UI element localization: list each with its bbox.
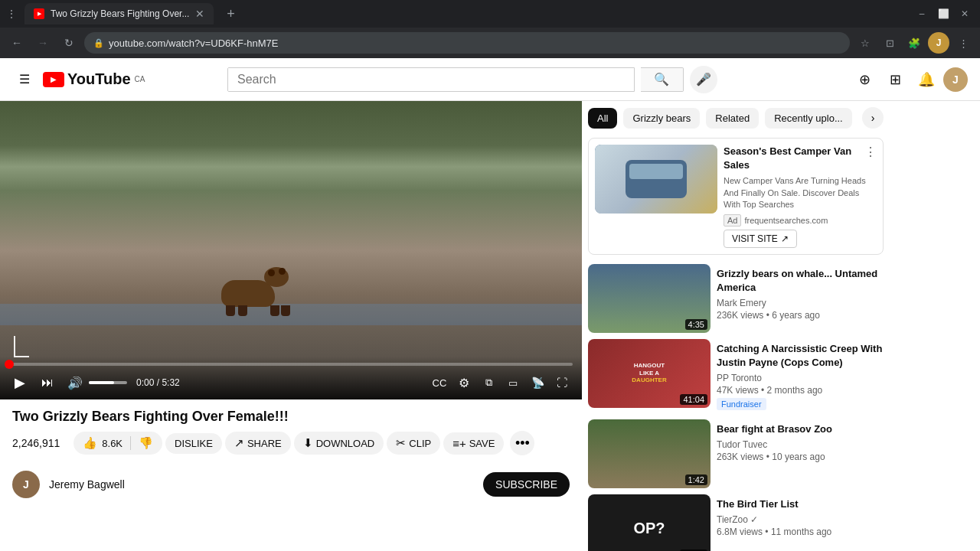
filter-next-btn[interactable]: › — [862, 107, 884, 129]
like-icon: 👍 — [83, 436, 97, 450]
ad-more-btn[interactable]: ⋮ — [864, 145, 877, 159]
volume-slider[interactable] — [89, 381, 127, 384]
filter-chips-row: All Grizzly bears Related Recently uplo.… — [588, 107, 884, 129]
video-title: Two Grizzly Bears Fighting Over Female!!… — [12, 409, 570, 425]
save-label: SAVE — [469, 438, 495, 449]
yt-content: ▶ ⏭ 🔊 0:00 / 5:32 CC ⚙ ⧉ — [0, 101, 980, 551]
cast-btn[interactable]: 📡 — [527, 372, 548, 393]
yt-logo-text: YouTube — [67, 70, 131, 88]
save-btn[interactable]: ≡+ SAVE — [443, 432, 504, 455]
yt-create-btn[interactable]: ⊕ — [851, 66, 879, 93]
channel-avatar[interactable]: J — [12, 471, 40, 498]
subscribe-btn[interactable]: SUBSCRIBE — [483, 472, 570, 497]
address-bar[interactable]: 🔒 youtube.com/watch?v=UD6KF-hnM7E — [84, 32, 850, 54]
rec-thumbnail-hangout: HANGOUTLIKE ADAUGHTER 41:04 — [588, 339, 710, 408]
more-btn[interactable]: ••• — [510, 431, 534, 455]
rec-channel-hangout: PP Toronto — [717, 373, 884, 383]
maximize-btn[interactable]: ⬜ — [934, 5, 952, 23]
yt-search-input[interactable] — [228, 68, 634, 91]
youtube-page: ☰ YouTubeCA 🔍 🎤 ⊕ ⊞ 🔔 J — [0, 58, 980, 551]
subtitles-btn[interactable]: CC — [429, 372, 450, 393]
tab-groups-btn[interactable]: ⊡ — [879, 32, 900, 54]
rec-duration-grizzly-whale: 4:35 — [685, 319, 707, 330]
rec-duration-bear-brasov: 1:42 — [685, 474, 707, 485]
miniplayer-btn[interactable]: ⧉ — [478, 372, 499, 393]
video-bear — [221, 270, 290, 316]
tab-overflow-btn[interactable]: ⋮ — [6, 8, 17, 20]
yt-logo[interactable]: YouTubeCA — [43, 70, 145, 88]
like-btn[interactable]: 👍 8.6K 👎 — [74, 432, 162, 455]
visit-site-btn[interactable]: VISIT SITE ↗ — [724, 230, 797, 248]
fullscreen-btn[interactable]: ⛶ — [551, 372, 573, 393]
progress-bar-container[interactable] — [9, 363, 573, 366]
rec-title-bear-brasov: Bear fight at Brasov Zoo — [717, 422, 884, 436]
bookmark-btn[interactable]: ☆ — [854, 32, 876, 54]
browser-actions: ☆ ⊡ 🧩 J ⋮ — [854, 32, 974, 54]
rec-meta-bird-tier: 6.8M views • 11 months ago — [717, 527, 884, 537]
yt-mic-btn[interactable]: 🎤 — [690, 66, 717, 93]
rec-meta-hangout: 47K views • 2 months ago — [717, 385, 884, 396]
play-btn[interactable]: ▶ — [9, 372, 31, 393]
theatre-btn[interactable]: ▭ — [502, 372, 524, 393]
minimize-btn[interactable]: – — [913, 5, 931, 23]
action-buttons: 👍 8.6K 👎 DISLIKE ↗ SHARE — [74, 431, 534, 455]
back-btn[interactable]: ← — [6, 32, 28, 54]
rec-title-hangout: Catching A Narcissistic Creep With Justi… — [717, 342, 884, 370]
extension-btn[interactable]: 🧩 — [903, 32, 925, 54]
next-btn[interactable]: ⏭ — [37, 372, 58, 393]
mute-btn[interactable]: 🔊 — [64, 372, 86, 393]
yt-video-section: ▶ ⏭ 🔊 0:00 / 5:32 CC ⚙ ⧉ — [0, 101, 582, 551]
rec-meta-bear-brasov: 263K views • 10 years ago — [717, 452, 884, 462]
rec-info-grizzly-whale: Grizzly bears on whale... Untamed Americ… — [717, 264, 884, 333]
yt-notifications-btn[interactable]: 🔔 — [913, 66, 940, 93]
more-tools-btn[interactable]: ⋮ — [952, 32, 974, 54]
dislike-icon: 👎 — [139, 436, 153, 450]
clip-icon: ✂ — [396, 436, 406, 450]
rec-video-bird-tier[interactable]: OP? 23:43 The Bird Tier List TierZoo ✓ 6… — [588, 494, 884, 551]
ad-description: New Camper Vans Are Turning Heads And Fi… — [724, 175, 877, 210]
profile-btn[interactable]: J — [928, 32, 949, 54]
yt-menu-btn[interactable]: ☰ — [12, 67, 37, 92]
browser-tab-active[interactable]: Two Grizzly Bears Fighting Over... ✕ — [24, 3, 214, 24]
close-btn[interactable]: ✕ — [956, 5, 974, 23]
rec-video-bear-brasov[interactable]: 1:42 Bear fight at Brasov Zoo Tudor Tuve… — [588, 419, 884, 488]
channel-name[interactable]: Jeremy Bagwell — [49, 478, 474, 491]
filter-chip-related[interactable]: Related — [706, 108, 759, 129]
time-display: 0:00 / 5:32 — [136, 377, 180, 388]
dislike-btn[interactable]: DISLIKE — [165, 433, 222, 454]
yt-search-container: 🔍 🎤 — [227, 66, 717, 93]
external-link-icon: ↗ — [781, 233, 789, 244]
ad-badge: Ad — [724, 214, 741, 227]
rec-title-bird-tier: The Bird Tier List — [717, 497, 884, 511]
rec-video-hangout[interactable]: HANGOUTLIKE ADAUGHTER 41:04 Catching A N… — [588, 339, 884, 413]
clip-btn[interactable]: ✂ CLIP — [387, 432, 440, 455]
filter-chip-grizzly[interactable]: Grizzly bears — [623, 108, 700, 129]
yt-apps-btn[interactable]: ⊞ — [882, 66, 910, 93]
refresh-btn[interactable]: ↻ — [58, 32, 80, 54]
tab-close-btn[interactable]: ✕ — [195, 8, 204, 20]
new-tab-btn[interactable]: + — [220, 3, 241, 24]
rec-thumbnail-ad — [595, 145, 717, 214]
rec-video-grizzly-whale[interactable]: 4:35 Grizzly bears on whale... Untamed A… — [588, 264, 884, 333]
verified-icon: ✓ — [750, 514, 758, 525]
window-controls: – ⬜ ✕ — [913, 5, 974, 23]
rec-badge-fundraiser: Fundraiser — [717, 398, 766, 410]
browser-window: ⋮ Two Grizzly Bears Fighting Over... ✕ +… — [0, 0, 980, 58]
rec-duration-hangout: 41:04 — [680, 394, 707, 405]
rec-thumbnail-bird-tier: OP? 23:43 — [588, 494, 710, 551]
share-icon: ↗ — [234, 436, 244, 450]
yt-header-right: ⊕ ⊞ 🔔 J — [851, 66, 968, 93]
yt-search-btn[interactable]: 🔍 — [641, 67, 684, 92]
filter-chip-all[interactable]: All — [588, 108, 617, 129]
download-label: DOWNLOAD — [316, 438, 375, 449]
download-btn[interactable]: ⬇ DOWNLOAD — [294, 432, 384, 455]
settings-btn[interactable]: ⚙ — [453, 372, 475, 393]
share-btn[interactable]: ↗ SHARE — [225, 432, 291, 455]
browser-titlebar: ⋮ Two Grizzly Bears Fighting Over... ✕ +… — [0, 0, 980, 58]
forward-btn[interactable]: → — [32, 32, 54, 54]
rec-video-ad[interactable]: Season's Best Camper Van Sales ⋮ New Cam… — [588, 138, 884, 255]
yt-avatar[interactable]: J — [943, 67, 968, 92]
address-bar-url: youtube.com/watch?v=UD6KF-hnM7E — [109, 37, 841, 49]
filter-chip-recent[interactable]: Recently uplo... — [765, 108, 852, 129]
progress-bar-dot — [5, 360, 14, 369]
